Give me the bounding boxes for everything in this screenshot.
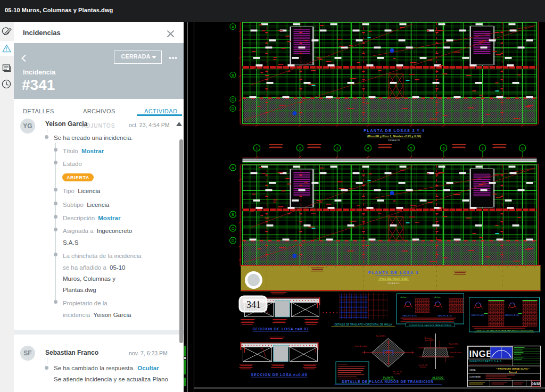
svg-text:B: B: [232, 213, 234, 216]
svg-text:GANCHO A 135: GANCHO A 135: [402, 315, 416, 317]
svg-text:C: C: [231, 227, 234, 230]
svg-text:Junta de realce: Junta de realce: [354, 345, 367, 347]
svg-text:ESCALA 1/75: ESCALA 1/75: [387, 282, 399, 285]
svg-text:4: 4: [367, 146, 369, 151]
svg-text:06/38: 06/38: [531, 382, 540, 386]
svg-text:A: A: [232, 25, 234, 29]
svg-text:LONGITUD DE GANCHOS PARA REFUE: LONGITUD DE GANCHOS PARA REFUERZO LONGIT…: [475, 329, 534, 332]
svg-text:GANCHO A 135: GANCHO A 135: [437, 315, 451, 317]
svg-text:D: D: [231, 107, 234, 111]
svg-text:OBRA:: OBRA:: [469, 369, 476, 371]
svg-text:SECCION DE LOSA e=0.07: SECCION DE LOSA e=0.07: [252, 327, 309, 331]
svg-text:3: 3: [336, 146, 338, 151]
svg-text:DETALLE DE TRASLAPO HORIZONTAL: DETALLE DE TRASLAPO HORIZONTAL DE MALLA: [334, 323, 392, 326]
svg-text:C: C: [231, 98, 234, 102]
svg-text:1: 1: [255, 146, 258, 151]
svg-text:31 KPa: 31 KPa: [419, 366, 425, 369]
svg-text:PLANTA DE LOSAS 3 Y 4: PLANTA DE LOSAS 3 Y 4: [364, 128, 425, 133]
svg-text:ALZADO: ALZADO: [432, 376, 443, 379]
svg-text:Fpx 31 KPa: Fpx 31 KPa: [425, 339, 434, 341]
svg-text:GANCHO A 180: GANCHO A 180: [504, 314, 518, 316]
svg-text:SECCION DE LOSA e=0.05: SECCION DE LOSA e=0.05: [251, 373, 307, 377]
svg-text:D: D: [231, 239, 234, 243]
svg-text:CONTIENE:: CONTIENE:: [469, 376, 481, 378]
svg-text:(Piso 0B, Nivel -5.90): (Piso 0B, Nivel -5.90): [378, 277, 408, 280]
svg-text:INGECONCRETO S.A.S: INGECONCRETO S.A.S: [469, 360, 501, 363]
svg-text:5: 5: [410, 146, 412, 151]
svg-text:Fpx 31 KPa: Fpx 31 KPa: [449, 343, 458, 345]
svg-text:Anclaje: Anclaje: [434, 296, 440, 298]
svg-text:DETALLE DE PLACA NUDOS DE TRAN: DETALLE DE PLACA NUDOS DE TRANSICION: [342, 380, 434, 383]
svg-text:6: 6: [442, 146, 444, 151]
svg-text:31 KPa: 31 KPa: [394, 373, 400, 375]
svg-text:Anclaje: Anclaje: [400, 296, 406, 298]
svg-text:A: A: [232, 166, 234, 170]
svg-text:PLANTA: PLANTA: [383, 376, 393, 379]
svg-text:Fpx 31 KPa: Fpx 31 KPa: [376, 335, 385, 337]
svg-text:“ PROYECTO VERDE OLIVO ”: “ PROYECTO VERDE OLIVO ”: [496, 368, 530, 370]
svg-text:Torre 4: Torre 4: [509, 371, 517, 373]
svg-text:ESCALA 1/75: ESCALA 1/75: [388, 139, 400, 141]
svg-text:Junta de realce: Junta de realce: [449, 352, 461, 354]
svg-text:341: 341: [246, 299, 261, 310]
svg-text:(Piso 0B y Piso 1, Niveles -2.: (Piso 0B y Piso 1, Niveles -2.95 y 0.00): [367, 135, 420, 138]
svg-text:GANCHO A 90: GANCHO A 90: [470, 314, 484, 316]
svg-text:2: 2: [299, 146, 301, 151]
svg-text:PLANTA DE LOSA 3: PLANTA DE LOSA 3: [368, 270, 419, 275]
svg-text:8: 8: [521, 146, 523, 151]
svg-text:LONGITUD DE GANCHOS PARA ESTRI: LONGITUD DE GANCHOS PARA ESTRIBOS: [409, 324, 451, 327]
svg-text:7: 7: [481, 146, 483, 151]
svg-text:B: B: [232, 73, 234, 77]
